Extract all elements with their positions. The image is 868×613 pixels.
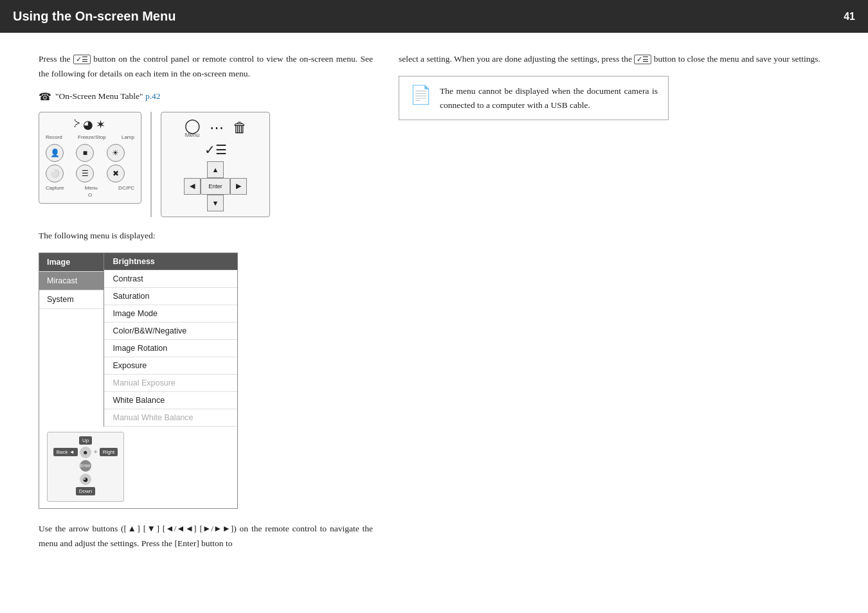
panel-top-icons: ⧽ ◕ ✶ [46, 118, 134, 132]
menu-item-color-bw[interactable]: Color/B&W/Negative [104, 323, 238, 340]
remote-navigation: ▲ ◀ Enter ▶ ▼ [184, 161, 247, 211]
content-area: Press the ✓☰ button on the control panel… [0, 33, 868, 571]
menu-item-exposure[interactable]: Exposure [104, 357, 238, 375]
menu-item-system[interactable]: System [39, 290, 104, 309]
panel-labels-row1: Record Freeze/Stop Lamp [46, 134, 134, 140]
remote-right-btn[interactable]: ▶ [230, 178, 247, 195]
menu-item-image-mode[interactable]: Image Mode [104, 305, 238, 323]
keyboard-diagram: Up Back ◄ ☻ ☀ Right Enter ◕ [47, 432, 124, 502]
menu-item-brightness[interactable]: Brightness [104, 253, 238, 271]
on-screen-menu-table: Image Miracast System Brightness Contras… [39, 253, 237, 427]
toc-link[interactable]: p.42 [145, 91, 161, 101]
remote-menu-section: ◯ Menu [185, 118, 201, 138]
menu-item-manual-exposure[interactable]: Manual Exposure [104, 375, 238, 392]
remote-up-btn[interactable]: ▲ [207, 161, 224, 178]
remote-dots-icon: ⋯ [210, 120, 224, 136]
menu-item-contrast[interactable]: Contrast [104, 271, 238, 288]
note-document-icon: 📄 [410, 84, 432, 105]
bullet-icon: ☎ [39, 91, 51, 103]
kb-row-mid2: ◕ [53, 474, 118, 485]
menu-left-items-list: Image Miracast System [39, 253, 104, 309]
remote-dots-section: ⋯ [210, 120, 224, 136]
kb-back-btn: Back ◄ [53, 448, 78, 456]
remote-top-icons: ◯ Menu ⋯ 🗑 [185, 118, 247, 138]
remote-panel-image: ◯ Menu ⋯ 🗑 ✓☰ ▲ ◀ [161, 112, 270, 217]
header-bar: Using the On-screen Menu 41 [0, 0, 868, 33]
menu-display-text: The following menu is displayed: [39, 229, 373, 244]
toc-reference: ☎ "On-Screen Menu Table" p.42 [39, 91, 373, 103]
menu-right-items-list: Brightness Contrast Saturation Image Mod… [104, 253, 238, 427]
panel-btn-dcpc: ✖ [107, 164, 125, 182]
remote-enter-btn[interactable]: Enter [201, 178, 230, 195]
intro-paragraph: Press the ✓☰ button on the control panel… [39, 52, 373, 82]
menu-item-saturation[interactable]: Saturation [104, 288, 238, 305]
panel-btn-sun: ☀ [107, 144, 125, 162]
menu-table-row: Image Miracast System Brightness Contras… [39, 253, 237, 427]
panel-btn-stop: ■ [76, 144, 94, 162]
kb-right-btn: Right [100, 448, 118, 456]
panel-label-o: O [46, 192, 134, 198]
remote-nav-down-row: ▼ [207, 195, 224, 211]
menu-left-column: Image Miracast System [39, 253, 104, 427]
kb-circle1: ☻ [80, 447, 91, 458]
kb-circle2: ◕ [80, 474, 91, 485]
panel-btn-person: 👤 [46, 144, 64, 162]
panel-labels-row2: Capture Menu DC/PC [46, 185, 134, 191]
close-menu-icon: ✓☰ [634, 55, 651, 64]
remote-down-btn[interactable]: ▼ [207, 195, 224, 211]
bottom-paragraph: Use the arrow buttons ([▲] [▼] [◄/◄◄] [►… [39, 522, 373, 551]
panel-buttons-row1: 👤 ■ ☀ [46, 144, 134, 162]
remote-menu-symbol: ✓☰ [204, 142, 227, 157]
remote-left-btn[interactable]: ◀ [184, 178, 201, 195]
panel-btn-record: ⚪ [46, 164, 64, 182]
menu-table-container: Image Miracast System Brightness Contras… [39, 253, 238, 509]
menu-right-column: Brightness Contrast Saturation Image Mod… [104, 253, 237, 427]
page-number: 41 [844, 11, 855, 22]
menu-item-white-balance[interactable]: White Balance [104, 392, 238, 409]
kb-down-btn: Down [76, 487, 95, 495]
remote-nav-up-row: ▲ [207, 161, 224, 178]
kb-row-up: Up [53, 436, 118, 445]
menu-item-manual-white-balance[interactable]: Manual White Balance [104, 409, 238, 427]
menu-item-miracast[interactable]: Miracast [39, 272, 104, 290]
panel-btn-menu: ☰ [76, 164, 94, 182]
panel-buttons-row2: ⚪ ☰ ✖ [46, 164, 134, 182]
remote-trash-icon: 🗑 [233, 120, 247, 136]
right-column: select a setting. When you are done adju… [399, 52, 842, 551]
kb-row-middle: Back ◄ ☻ ☀ Right [53, 447, 118, 458]
note-text: The menu cannot be displayed when the do… [440, 84, 658, 112]
kb-enter-btn: Enter [80, 460, 91, 472]
continuation-paragraph: select a setting. When you are done adju… [399, 52, 842, 67]
note-box: 📄 The menu cannot be displayed when the … [399, 76, 669, 120]
remote-nav-middle-row: ◀ Enter ▶ [184, 178, 247, 195]
kb-row-enter: Enter [53, 460, 118, 472]
kb-row-down: Down [53, 487, 118, 495]
left-column: Press the ✓☰ button on the control panel… [39, 52, 373, 551]
control-panel-image: ⧽ ◕ ✶ Record Freeze/Stop Lamp 👤 ■ ☀ ⚪ ☰ [39, 112, 141, 204]
kb-sun1: ☀ [93, 449, 98, 455]
page-title: Using the On-screen Menu [13, 9, 176, 24]
device-images-row: ⧽ ◕ ✶ Record Freeze/Stop Lamp 👤 ■ ☀ ⚪ ☰ [39, 112, 373, 217]
menu-item-image[interactable]: Image [39, 253, 104, 272]
keyboard-image-area: Up Back ◄ ☻ ☀ Right Enter ◕ [39, 427, 237, 508]
divider [150, 112, 152, 217]
menu-button-icon: ✓☰ [73, 55, 91, 64]
kb-up-btn: Up [79, 436, 92, 445]
menu-item-image-rotation[interactable]: Image Rotation [104, 340, 238, 357]
remote-trash-section: 🗑 [233, 120, 247, 136]
toc-text: "On-Screen Menu Table" p.42 [55, 91, 161, 102]
